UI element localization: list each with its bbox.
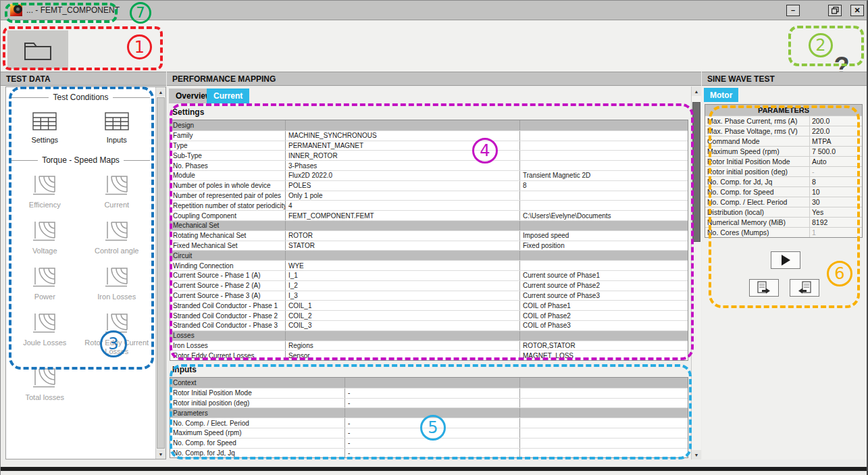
import-results-button[interactable] <box>790 279 819 297</box>
testdata-item-label: Power <box>34 293 55 301</box>
scroll-down-icon[interactable]: ▼ <box>156 449 165 459</box>
window-bottom-edge <box>1 467 867 471</box>
scroll-down-icon[interactable]: ▼ <box>692 450 701 459</box>
group-separator: Test Conditions <box>11 93 150 102</box>
map-icon <box>105 221 129 243</box>
group-separator: Torque - Speed Maps <box>11 155 150 165</box>
table-row: Sub-TypeINNER_ROTOR <box>170 150 688 160</box>
sine-wave-test-panel: Motor PARAMETERS Max. Phase Current, rms… <box>702 86 868 459</box>
table-row: Rotor initial position (deg)- <box>170 398 688 408</box>
table-section-row: Losses <box>170 330 688 341</box>
table-row: No. Comp. for Jd, Jq- <box>170 448 688 458</box>
testdata-item-voltage: Voltage <box>9 215 81 261</box>
export-results-button[interactable] <box>749 279 779 297</box>
parameter-row: Command ModeMTPA <box>705 136 862 146</box>
table-row: Coupling ComponentFEMT_COMPONENT.FEMTC:\… <box>170 210 688 220</box>
minimize-button[interactable]: – <box>786 5 800 16</box>
test-data-panel: Test ConditionsSettingsInputsTorque - Sp… <box>5 86 166 459</box>
parameters-table: PARAMETERS Max. Phase Current, rms (A)20… <box>705 104 863 238</box>
map-icon <box>32 221 57 243</box>
map-icon <box>32 368 57 389</box>
inputs-table: ContextRotor Initial Position Mode-Rotor… <box>170 377 688 458</box>
test-data-scrollbar[interactable]: ▲ ▼ <box>155 87 165 459</box>
table-icon <box>32 112 57 132</box>
testdata-item-label: Inputs <box>107 136 127 145</box>
sine-wave-test-header: SINE WAVE TEST <box>702 72 868 86</box>
map-icon <box>105 175 129 197</box>
table-section-row: Design <box>170 120 688 130</box>
table-row: Current Source - Phase 3 (A)I_3Current s… <box>170 291 688 301</box>
table-row: ModuleFlux2D 2022.0Transient Magnetic 2D <box>170 170 688 180</box>
table-row: Stranded Coil Conductor - Phase 1COIL_1C… <box>170 300 688 310</box>
testdata-item-label: Joule Losses <box>23 339 66 347</box>
table-row: Rotating Mechanical SetROTORImposed spee… <box>170 230 688 241</box>
testdata-item-iron-losses: Iron Losses <box>81 261 153 307</box>
parameter-row: Rotor Initial Position ModeAuto <box>705 156 862 166</box>
map-icon <box>32 175 57 197</box>
testdata-item-label: Control angle <box>95 247 138 255</box>
table-icon <box>105 112 129 132</box>
toolbar: ? <box>1 21 867 71</box>
testdata-item-rotor-eddy-current-losses: Rotor Eddy Current Losses <box>81 307 153 361</box>
testdata-item-label: Efficiency <box>29 201 61 209</box>
performance-mapping-scrollbar[interactable]: ▲ ▼ <box>691 86 701 459</box>
testdata-item-control-angle: Control angle <box>81 215 153 261</box>
table-row: Stranded Coil Conductor - Phase 3COIL_3C… <box>170 320 688 330</box>
table-row: Repetition number of stator periodicity4 <box>170 200 688 210</box>
parameter-row: No. Comp. for Jd, Jq8 <box>705 176 862 186</box>
table-section-row: Context <box>170 378 688 388</box>
table-row: Rotor Eddy Current LossesSensorMAGNET_LO… <box>170 350 688 360</box>
test-data-header: TEST DATA <box>1 72 166 86</box>
testdata-item-total-losses: Total losses <box>9 361 81 407</box>
table-row: No. Comp. for Speed- <box>170 438 688 448</box>
testdata-item-power: Power <box>9 261 81 307</box>
map-icon <box>105 313 129 334</box>
parameter-row: No. Cores (Mumps)1 <box>705 227 862 237</box>
restore-icon <box>832 7 839 14</box>
parameters-table-heading: PARAMETERS <box>705 105 862 116</box>
inputs-section-heading: Inputs <box>172 365 197 374</box>
table-row: No. Phases3-Phases <box>170 160 688 170</box>
parameter-row: Maximum Speed (rpm)7 500.0 <box>705 146 862 156</box>
testdata-item-current: Current <box>81 169 153 215</box>
testdata-item-label: Total losses <box>26 393 64 402</box>
parameter-row: Distribution (local)Yes <box>705 207 862 217</box>
table-row: Current Source - Phase 1 (A)I_1Current s… <box>170 270 688 280</box>
tab-current[interactable]: Current <box>207 89 249 103</box>
folder-icon <box>22 38 53 62</box>
table-section-row: Circuit <box>170 250 688 260</box>
parameter-row: Max. Phase Current, rms (A)200.0 <box>705 116 862 126</box>
settings-table: DesignFamilyMACHINE_SYNCHRONOUSTypePERMA… <box>170 120 688 361</box>
app-logo-icon <box>10 4 22 16</box>
tab-motor[interactable]: Motor <box>704 88 738 102</box>
testdata-item-inputs[interactable]: Inputs <box>81 106 153 150</box>
scrollbar-thumb[interactable] <box>157 97 165 449</box>
map-icon <box>32 267 57 289</box>
gear-icon <box>14 5 22 14</box>
performance-mapping-header: PERFORMANCE MAPPING <box>167 72 701 86</box>
testdata-item-joule-losses: Joule Losses <box>9 307 81 361</box>
testdata-item-settings[interactable]: Settings <box>9 106 81 150</box>
testdata-item-label: Settings <box>31 136 58 145</box>
table-row: Current Source - Phase 2 (A)I_2Current s… <box>170 280 688 291</box>
document-arrow-right-icon <box>755 281 773 295</box>
testdata-item-label: Rotor Eddy Current Losses <box>82 339 152 356</box>
parameter-row: No. Comp. for Speed10 <box>705 186 862 197</box>
table-row: Winding ConnectionWYE <box>170 260 688 270</box>
table-row: Stranded Coil Conductor - Phase 2COIL_2C… <box>170 310 688 320</box>
open-folder-button[interactable] <box>7 30 68 69</box>
scroll-up-icon[interactable]: ▲ <box>156 87 165 97</box>
testdata-item-label: Current <box>104 201 129 209</box>
table-section-row: Parameters <box>170 407 688 418</box>
test-data-content: Test ConditionsSettingsInputsTorque - Sp… <box>6 87 155 459</box>
table-row: TypePERMANENT_MAGNET <box>170 141 688 151</box>
performance-mapping-panel: Overview Current Settings DesignFamilyMA… <box>167 86 701 459</box>
scrollbar-thumb[interactable] <box>692 102 700 242</box>
table-row: No. Comp. / Elect. Period- <box>170 418 688 428</box>
restore-button[interactable] <box>828 5 842 16</box>
run-test-button[interactable] <box>771 251 800 269</box>
close-button[interactable]: ✕ <box>850 5 864 16</box>
scroll-up-icon[interactable]: ▲ <box>692 86 701 96</box>
table-row: FamilyMACHINE_SYNCHRONOUS <box>170 130 688 141</box>
parameters-rows: Max. Phase Current, rms (A)200.0Max. Pha… <box>705 116 862 237</box>
